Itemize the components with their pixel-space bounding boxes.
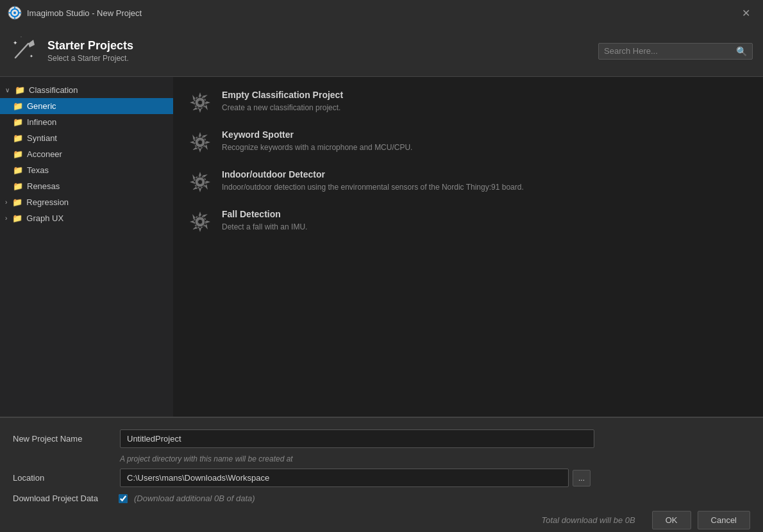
project-description: Recognize keywords with a microphone and… (222, 142, 412, 153)
project-item-keyword-spotter[interactable]: Keyword SpotterRecognize keywords with a… (189, 129, 748, 154)
project-title: Keyword Spotter (222, 129, 412, 140)
location-input[interactable] (120, 469, 569, 487)
svg-text:✦: ✦ (13, 40, 18, 46)
download-label: Download Project Data (13, 494, 112, 503)
sidebar-item-syntiant[interactable]: 📁Syntiant (0, 130, 173, 146)
download-row: Download Project Data (Download addition… (13, 494, 750, 503)
folder-icon: 📁 (13, 149, 23, 159)
svg-point-16 (197, 140, 203, 145)
sidebar-item-label: Texas (27, 165, 49, 175)
project-title: Empty Classification Project (222, 90, 343, 100)
project-description: Indoor/outdoor detection using the envir… (222, 182, 524, 193)
folder-icon: 📁 (13, 181, 23, 191)
sidebar-item-graphux[interactable]: ›📁Graph UX (0, 210, 173, 226)
project-title: Indoor/outdoor Detector (222, 169, 524, 179)
header-subtitle: Select a Starter Project. (47, 54, 133, 63)
search-icon: 🔍 (736, 46, 747, 56)
main-content: ∨📁Classification📁Generic📁Infineon📁Syntia… (0, 77, 763, 417)
svg-point-2 (13, 12, 16, 14)
ok-button[interactable]: OK (652, 511, 691, 529)
download-info: (Download additional 0B of data) (134, 494, 255, 503)
svg-text:✦: ✦ (29, 54, 33, 58)
folder-icon: 📁 (13, 133, 23, 143)
sidebar-item-renesas[interactable]: 📁Renesas (0, 178, 173, 194)
gear-icon (189, 170, 212, 194)
sidebar-item-label: Generic (27, 101, 56, 111)
project-name-input[interactable] (120, 429, 594, 448)
title-bar: Imagimob Studio - New Project ✕ (0, 0, 763, 26)
chevron-icon: › (5, 199, 7, 206)
folder-icon: 📁 (13, 101, 23, 111)
sidebar-item-label: Classification (29, 85, 78, 95)
sidebar-item-label: Infineon (27, 117, 56, 127)
sidebar-item-infineon[interactable]: 📁Infineon (0, 114, 173, 130)
project-text: Indoor/outdoor DetectorIndoor/outdoor de… (222, 169, 524, 193)
project-title: Fall Detection (222, 209, 307, 219)
folder-icon: 📁 (12, 197, 22, 207)
folder-icon: 📁 (15, 85, 25, 95)
wand-icon: ✦ ✦ · (10, 35, 38, 67)
project-description: Create a new classification project. (222, 103, 343, 113)
project-name-label: New Project Name (13, 434, 112, 444)
svg-point-22 (197, 219, 203, 224)
project-item-empty-classification[interactable]: Empty Classification ProjectCreate a new… (189, 90, 748, 114)
sidebar-item-label: Acconeer (27, 149, 62, 159)
close-button[interactable]: ✕ (737, 4, 755, 22)
app-icon (8, 6, 22, 20)
sidebar-item-label: Regression (26, 197, 69, 207)
svg-text:·: · (21, 35, 22, 39)
location-row: Location ... (13, 469, 750, 487)
sidebar-item-label: Syntiant (27, 133, 57, 143)
total-download-text: Total download will be 0B (13, 515, 635, 525)
folder-icon: 📁 (13, 165, 23, 175)
header-left: ✦ ✦ · Starter Projects Select a Starter … (10, 35, 133, 67)
folder-icon: 📁 (13, 117, 23, 127)
sidebar-item-regression[interactable]: ›📁Regression (0, 194, 173, 210)
gear-icon (189, 131, 212, 154)
bottom-panel: New Project Name A project directory wit… (0, 417, 763, 532)
svg-point-19 (197, 179, 203, 185)
project-item-fall-detection[interactable]: Fall DetectionDetect a fall with an IMU. (189, 209, 748, 233)
chevron-icon: › (5, 215, 7, 222)
project-text: Empty Classification ProjectCreate a new… (222, 90, 343, 113)
content-panel: Empty Classification ProjectCreate a new… (173, 77, 763, 417)
footer-row: Total download will be 0B OK Cancel (13, 511, 750, 529)
sidebar-item-generic[interactable]: 📁Generic (0, 98, 173, 114)
browse-button[interactable]: ... (573, 470, 591, 486)
gear-icon (189, 91, 212, 114)
project-text: Keyword SpotterRecognize keywords with a… (222, 129, 412, 153)
search-input[interactable] (604, 46, 732, 56)
hint-text: A project directory with this name will … (120, 454, 750, 463)
location-label: Location (13, 473, 112, 483)
svg-marker-8 (28, 40, 35, 47)
project-text: Fall DetectionDetect a fall with an IMU. (222, 209, 307, 233)
gear-icon (189, 210, 212, 233)
sidebar-item-classification[interactable]: ∨📁Classification (0, 82, 173, 98)
sidebar: ∨📁Classification📁Generic📁Infineon📁Syntia… (0, 77, 173, 417)
cancel-button[interactable]: Cancel (698, 511, 750, 529)
download-checkbox[interactable] (119, 494, 128, 503)
header: ✦ ✦ · Starter Projects Select a Starter … (0, 26, 763, 77)
sidebar-item-label: Graph UX (26, 213, 63, 223)
location-input-group: ... (120, 469, 591, 487)
window-title: Imagimob Studio - New Project (27, 8, 142, 18)
title-bar-left: Imagimob Studio - New Project (8, 6, 142, 20)
header-title: Starter Projects (47, 39, 133, 53)
chevron-icon: ∨ (5, 87, 10, 94)
folder-icon: 📁 (12, 213, 22, 223)
header-text: Starter Projects Select a Starter Projec… (47, 39, 133, 63)
sidebar-item-texas[interactable]: 📁Texas (0, 162, 173, 178)
search-box[interactable]: 🔍 (598, 43, 753, 60)
sidebar-item-label: Renesas (27, 181, 60, 191)
project-name-row: New Project Name (13, 429, 750, 448)
svg-point-13 (197, 100, 203, 105)
project-description: Detect a fall with an IMU. (222, 222, 307, 233)
sidebar-item-acconeer[interactable]: 📁Acconeer (0, 146, 173, 162)
project-item-indoor-outdoor[interactable]: Indoor/outdoor DetectorIndoor/outdoor de… (189, 169, 748, 194)
